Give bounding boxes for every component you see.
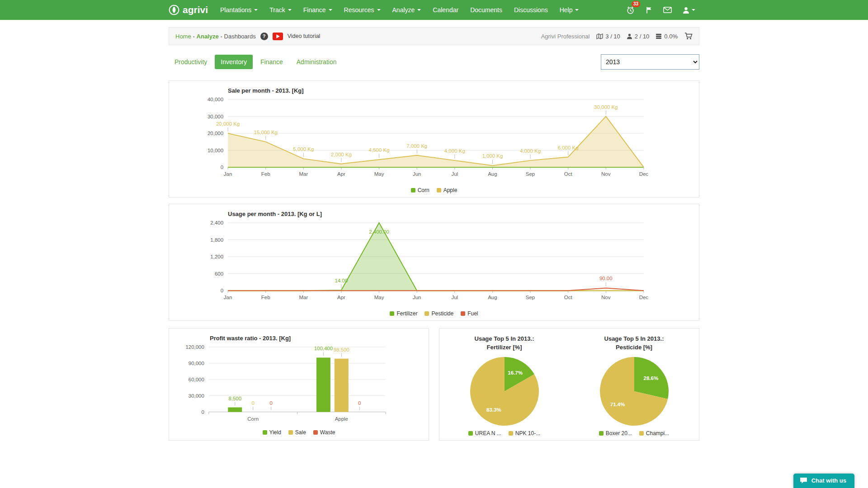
reminders-button[interactable]: 33: [622, 3, 639, 17]
video-tutorial-link[interactable]: Video tutorial: [288, 33, 321, 39]
legend-swatch-icon: [390, 311, 394, 316]
legend-item-apple[interactable]: Apple: [437, 187, 458, 193]
legend-item-pesticide[interactable]: Pesticide: [425, 310, 453, 317]
messages-button[interactable]: [659, 4, 676, 16]
legend-item-sale[interactable]: Sale: [288, 429, 306, 436]
tab-administration[interactable]: Administration: [291, 55, 343, 69]
pesticide-pie-legend: Boxer 20...Champi...: [599, 430, 669, 436]
svg-text:Oct: Oct: [564, 171, 573, 177]
fertilizer-pie-block: Usage Top 5 In 2013.: Fertilizer [%] 16.…: [439, 328, 569, 436]
plan-stat-value: 0.0%: [664, 33, 678, 40]
svg-text:Jun: Jun: [413, 295, 421, 300]
leaf-icon: [169, 5, 179, 15]
breadcrumb-home[interactable]: Home: [175, 33, 191, 40]
year-select[interactable]: 2013: [601, 54, 699, 70]
chevron-down-icon: [417, 9, 421, 11]
top-navbar: agrivi PlantationsTrackFinanceResourcesA…: [0, 0, 868, 20]
menu-label: Discussions: [514, 6, 548, 14]
legend-item-boxer-20[interactable]: Boxer 20...: [599, 430, 632, 436]
chat-bubble-icon: [800, 477, 807, 484]
chevron-down-icon: [575, 9, 579, 11]
svg-text:5,000 Kg: 5,000 Kg: [293, 146, 314, 152]
svg-text:Apr: Apr: [337, 171, 345, 177]
svg-text:May: May: [374, 295, 384, 300]
plan-stat: 0.0%: [656, 33, 678, 40]
tab-inventory[interactable]: Inventory: [215, 55, 253, 69]
breadcrumb-dashboards: Dashboards: [224, 33, 256, 40]
brand-logo[interactable]: agrivi: [169, 5, 208, 15]
menu-calendar[interactable]: Calendar: [427, 0, 464, 20]
svg-text:Feb: Feb: [261, 171, 270, 177]
tab-finance[interactable]: Finance: [255, 55, 289, 69]
legend-item-fertilizer[interactable]: Fertilizer: [390, 310, 417, 317]
chevron-down-icon: [288, 9, 292, 11]
pesticide-pie-chart[interactable]: 28.6%71.4%: [591, 353, 677, 429]
chevron-down-icon: [254, 9, 258, 11]
menu-finance[interactable]: Finance: [297, 0, 338, 20]
breadcrumb: Home•Analyze•Dashboards: [175, 33, 256, 40]
plan-stat: 3 / 10: [596, 33, 620, 40]
menu-plantations[interactable]: Plantations: [214, 0, 264, 20]
svg-text:Nov: Nov: [601, 295, 611, 300]
legend-swatch-icon: [639, 431, 644, 436]
chat-widget[interactable]: Chat with us: [793, 474, 854, 488]
legend-item-waste[interactable]: Waste: [313, 429, 335, 436]
fertilizer-pie-chart[interactable]: 16.7%83.3%: [462, 353, 547, 429]
tabs-row: ProductivityInventoryFinanceAdministrati…: [169, 54, 699, 70]
help-icon[interactable]: ?: [260, 33, 268, 40]
usage-chart[interactable]: 06001,2001,8002,400JanFebMarAprMayJunJul…: [169, 217, 699, 310]
legend-swatch-icon: [461, 311, 465, 316]
svg-text:Feb: Feb: [261, 295, 270, 300]
legend-item-yield[interactable]: Yield: [263, 429, 281, 436]
svg-text:Oct: Oct: [564, 295, 573, 300]
cart-button[interactable]: [684, 33, 693, 40]
svg-text:0: 0: [251, 400, 254, 406]
legend-item-corn[interactable]: Corn: [411, 187, 429, 193]
svg-text:4,500 Kg: 4,500 Kg: [369, 147, 390, 153]
svg-text:7,000 Kg: 7,000 Kg: [406, 143, 427, 149]
flags-button[interactable]: [642, 4, 656, 17]
svg-text:Jan: Jan: [224, 171, 232, 177]
menu-label: Finance: [303, 6, 326, 14]
svg-text:10,000: 10,000: [208, 148, 223, 153]
sale-chart[interactable]: 010,00020,00030,00040,000JanFebMarAprMay…: [169, 94, 699, 186]
svg-text:1,800: 1,800: [210, 237, 223, 243]
profit-chart-panel: Profit waste ratio - 2013. [Kg] 030,0006…: [169, 328, 429, 440]
svg-text:Nov: Nov: [601, 171, 611, 177]
breadcrumb-bar: Home•Analyze•Dashboards ? Video tutorial…: [169, 27, 699, 45]
user-icon: [683, 7, 689, 14]
plan-stat: 2 / 10: [627, 33, 650, 40]
legend-label: Fuel: [467, 310, 478, 317]
menu-analyze[interactable]: Analyze: [387, 0, 427, 20]
svg-text:20,000: 20,000: [208, 131, 223, 136]
menu-label: Track: [269, 6, 285, 14]
video-tutorial-icon[interactable]: [273, 33, 283, 40]
legend-swatch-icon: [468, 431, 473, 436]
menu-label: Resources: [344, 6, 374, 14]
svg-text:Jun: Jun: [413, 171, 421, 177]
chevron-down-icon: [377, 9, 381, 11]
menu-discussions[interactable]: Discussions: [508, 0, 554, 20]
breadcrumb-analyze[interactable]: Analyze: [197, 33, 219, 40]
profit-chart[interactable]: 030,00060,00090,000120,000Corn8,50000App…: [169, 342, 429, 428]
legend-item-urea-n[interactable]: UREA N ...: [468, 430, 501, 436]
menu-label: Documents: [470, 6, 502, 14]
svg-text:4,000 Kg: 4,000 Kg: [520, 148, 541, 154]
menu-documents[interactable]: Documents: [464, 0, 508, 20]
legend-item-champi[interactable]: Champi...: [639, 430, 669, 436]
svg-text:28.6%: 28.6%: [643, 375, 658, 380]
menu-track[interactable]: Track: [264, 0, 297, 20]
legend-item-npk-10[interactable]: NPK 10-...: [509, 430, 540, 436]
menu-resources[interactable]: Resources: [338, 0, 387, 20]
svg-text:Jul: Jul: [451, 295, 458, 300]
menu-help[interactable]: Help: [554, 0, 585, 20]
svg-text:0: 0: [358, 400, 361, 406]
user-menu-button[interactable]: [679, 4, 699, 16]
svg-text:15,000 Kg: 15,000 Kg: [254, 130, 278, 135]
svg-text:71.4%: 71.4%: [610, 402, 625, 407]
usage-top5-panel: Usage Top 5 In 2013.: Fertilizer [%] 16.…: [439, 328, 699, 440]
tab-productivity[interactable]: Productivity: [169, 55, 213, 69]
legend-label: Waste: [320, 429, 335, 436]
plan-stats: 3 / 102 / 100.0%: [596, 33, 678, 40]
legend-item-fuel[interactable]: Fuel: [461, 310, 478, 317]
